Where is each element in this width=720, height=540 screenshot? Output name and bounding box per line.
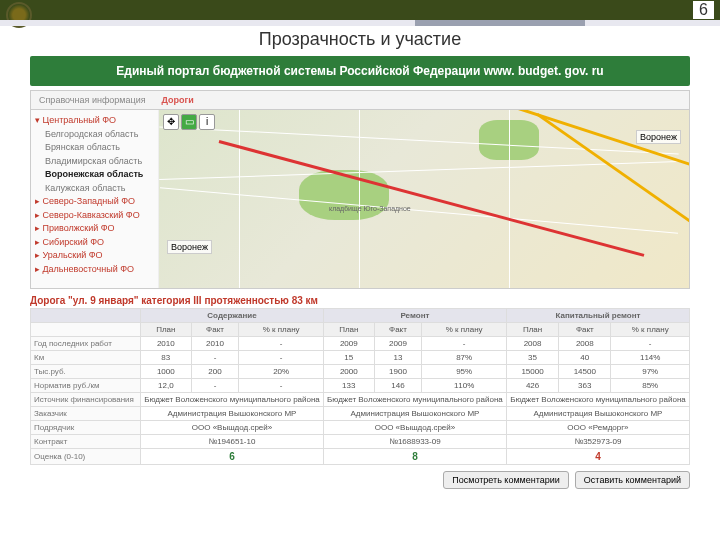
- tab-roads[interactable]: Дороги: [154, 91, 202, 109]
- region-item[interactable]: Владимирская область: [35, 155, 154, 169]
- leave-comment-button[interactable]: Оставить комментарий: [575, 471, 690, 489]
- tab-reference[interactable]: Справочная информация: [31, 91, 154, 109]
- district-siberia[interactable]: Сибирский ФО: [35, 236, 154, 250]
- region-sidebar: Центральный ФО Белгородская область Брян…: [31, 110, 159, 288]
- view-comments-button[interactable]: Посмотреть комментарии: [443, 471, 569, 489]
- col-group-maint: Содержание: [141, 309, 324, 323]
- action-buttons: Посмотреть комментарии Оставить коммента…: [30, 471, 690, 489]
- data-table: Содержание Ремонт Капитальный ремонт Пла…: [30, 308, 690, 465]
- col-group-repair: Ремонт: [323, 309, 506, 323]
- slide-title: Прозрачность и участие: [0, 20, 720, 52]
- map-tools: ✥ ▭ i: [163, 114, 215, 130]
- tab-bar: Справочная информация Дороги: [31, 91, 689, 110]
- portal-frame: Справочная информация Дороги Центральный…: [30, 90, 690, 289]
- map-tool-select[interactable]: ▭: [181, 114, 197, 130]
- road-title: Дорога "ул. 9 января" категория III прот…: [30, 295, 690, 306]
- region-item[interactable]: Брянская область: [35, 141, 154, 155]
- district-nc[interactable]: Северо-Кавказский ФО: [35, 209, 154, 223]
- district-volga[interactable]: Приволжский ФО: [35, 222, 154, 236]
- page-number: 6: [693, 1, 714, 19]
- city-label: Воронеж: [167, 240, 212, 254]
- region-item-selected[interactable]: Воронежская область: [35, 168, 154, 182]
- district-ural[interactable]: Уральский ФО: [35, 249, 154, 263]
- area-label: клад6ище Юго-Западное: [329, 205, 411, 212]
- top-bar: 6: [0, 0, 720, 20]
- map-view[interactable]: Воронеж Воронеж клад6ище Юго-Западное ✥ …: [159, 110, 689, 288]
- city-label: Воронеж: [636, 130, 681, 144]
- district-fareast[interactable]: Дальневосточный ФО: [35, 263, 154, 277]
- district-nw[interactable]: Северо-Западный ФО: [35, 195, 154, 209]
- map-tool-pan[interactable]: ✥: [163, 114, 179, 130]
- portal-banner: Единый портал бюджетной системы Российск…: [30, 56, 690, 86]
- region-item[interactable]: Белгородская область: [35, 128, 154, 142]
- map-tool-info[interactable]: i: [199, 114, 215, 130]
- district-central[interactable]: Центральный ФО: [35, 114, 154, 128]
- col-group-caprepair: Капитальный ремонт: [506, 309, 689, 323]
- region-item[interactable]: Калужская область: [35, 182, 154, 196]
